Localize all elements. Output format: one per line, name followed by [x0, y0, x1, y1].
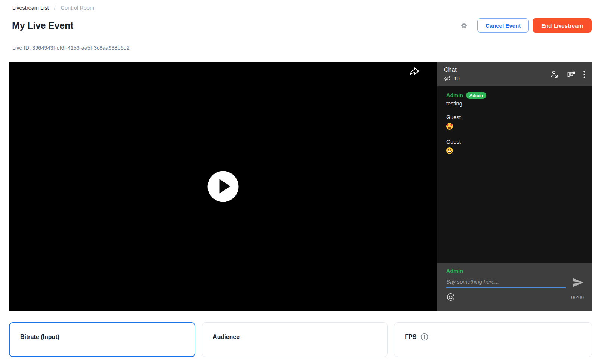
breadcrumb-livestream-list[interactable]: Livestream List: [12, 5, 49, 11]
block-user-icon[interactable]: [550, 70, 559, 78]
message-username: Guest: [446, 138, 461, 146]
page-title: My Live Event: [12, 20, 73, 31]
more-options-icon[interactable]: [583, 71, 585, 78]
message-text: testing: [446, 99, 583, 108]
video-player[interactable]: [9, 62, 437, 311]
send-icon[interactable]: [573, 278, 584, 287]
chat-message: Guest ♥♥: [446, 113, 583, 132]
breadcrumb-separator: /: [54, 5, 56, 11]
chat-message: Guest: [446, 138, 583, 156]
cancel-event-label: Cancel Event: [486, 22, 521, 29]
end-livestream-button[interactable]: End Livestream: [533, 18, 592, 33]
grinning-emoji-icon: [446, 147, 453, 154]
char-counter: 0/200: [571, 294, 584, 300]
chat-lock-icon[interactable]: [567, 70, 576, 78]
header-actions: Cancel Event End Livestream: [459, 18, 592, 33]
settings-gear-icon[interactable]: [459, 21, 468, 30]
chat-input-area: Admin: [437, 263, 592, 311]
message-username: Guest: [446, 113, 461, 121]
chat-sender-label: Admin: [446, 268, 584, 274]
chat-header: Chat 10: [437, 62, 592, 86]
breadcrumb-control-room: Control Room: [61, 5, 94, 11]
bitrate-card[interactable]: Bitrate (Input): [9, 322, 195, 357]
player-block: Chat 10: [9, 62, 592, 311]
admin-role-badge: Admin: [466, 92, 486, 99]
live-id-text: Live ID: 3964943f-ef6f-4153-aa5f-3c8aa93…: [12, 45, 130, 51]
fps-card[interactable]: FPS: [394, 322, 592, 357]
heart-eyes-emoji-icon: ♥♥: [446, 123, 453, 130]
play-button[interactable]: [208, 171, 239, 202]
message-emoji: ♥♥: [446, 121, 583, 132]
control-room-page: Livestream List / Control Room My Live E…: [0, 0, 598, 364]
message-emoji: [446, 146, 583, 156]
chat-panel: Chat 10: [437, 62, 592, 311]
hidden-viewers-number: 10: [454, 75, 460, 81]
message-username: Admin: [446, 91, 463, 99]
eye-off-icon: [444, 75, 451, 82]
chat-message-input[interactable]: [446, 277, 566, 288]
play-triangle-icon: [220, 179, 231, 194]
info-icon[interactable]: [420, 333, 429, 341]
audience-card-title: Audience: [213, 334, 240, 340]
bitrate-card-title: Bitrate (Input): [20, 334, 59, 340]
cancel-event-button[interactable]: Cancel Event: [477, 18, 529, 33]
chat-title: Chat: [444, 67, 460, 73]
chat-message-list: Admin Admin testing Guest ♥♥: [437, 86, 592, 263]
share-icon[interactable]: [409, 66, 420, 77]
emoji-picker-icon[interactable]: [446, 293, 455, 302]
hidden-viewers-count: 10: [444, 75, 460, 82]
end-livestream-label: End Livestream: [541, 22, 583, 29]
fps-card-title: FPS: [405, 334, 416, 340]
chat-message: Admin Admin testing: [446, 91, 583, 108]
breadcrumb: Livestream List / Control Room: [12, 5, 94, 11]
audience-card[interactable]: Audience: [202, 322, 388, 357]
stats-card-row: Bitrate (Input) Audience FPS: [9, 322, 592, 357]
